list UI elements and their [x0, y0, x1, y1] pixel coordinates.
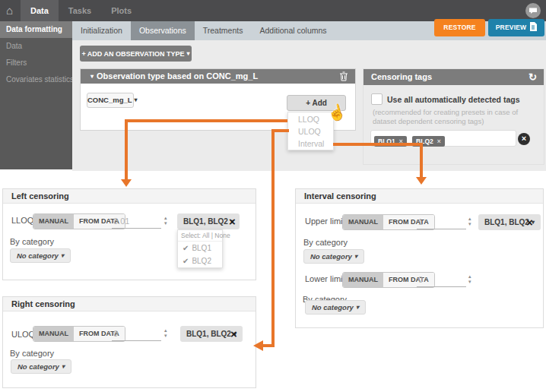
- lloq-tags-label: BLQ1, BLQ2: [183, 217, 228, 226]
- tab-treatments[interactable]: Treatments: [195, 21, 252, 40]
- interval-censoring-title: Interval censoring: [296, 189, 543, 204]
- delete-observation-button[interactable]: [339, 71, 348, 86]
- lloq-label: LLOQ: [11, 216, 33, 225]
- remove-lloq-button[interactable]: ×: [229, 217, 236, 227]
- close-icon: ×: [522, 134, 526, 143]
- menu-item-interval[interactable]: Interval: [288, 138, 333, 150]
- arrowhead-down-icon: [416, 177, 427, 185]
- add-observation-type-button[interactable]: + ADD AN OBSERVATION TYPE▾: [80, 46, 192, 62]
- spinner-down-icon[interactable]: ▾: [468, 221, 471, 226]
- menu-item-uloq[interactable]: ULOQ: [288, 125, 333, 138]
- spinner-up-icon[interactable]: ▴: [468, 216, 471, 221]
- category-label: No category: [312, 303, 354, 311]
- nav-tab-plots[interactable]: Plots: [101, 0, 141, 21]
- category-dropdown[interactable]: No category▾: [303, 249, 364, 264]
- lloq-value-stepper[interactable]: ▴ ▾: [164, 215, 167, 226]
- category-label: No category: [17, 362, 59, 371]
- menu-item-lloq[interactable]: LLOQ: [288, 113, 333, 125]
- uloq-value-input[interactable]: [112, 327, 161, 341]
- remove-interval-button[interactable]: ×: [526, 217, 533, 228]
- use-detected-tags-checkbox[interactable]: [371, 93, 383, 105]
- by-category-label: By category: [10, 349, 54, 358]
- manual-button[interactable]: MANUAL: [33, 214, 74, 229]
- preview-button-label: PREVIEW: [496, 24, 527, 31]
- nav-tab-tasks[interactable]: Tasks: [59, 0, 101, 21]
- use-detected-tags-label: Use all automatically detected tags: [387, 95, 519, 104]
- app-window: ⌂ Data Tasks Plots Data formatting Data …: [0, 0, 546, 392]
- category-dropdown[interactable]: No category▾: [11, 359, 71, 374]
- arrowhead-down-icon: [121, 179, 132, 187]
- tab-observations[interactable]: Observations: [131, 21, 195, 40]
- right-censoring-title: Right censoring: [3, 297, 256, 311]
- uloq-tags-label: BLQ1, BLQ2: [186, 330, 231, 338]
- chevron-down-icon: ▾: [187, 50, 190, 57]
- home-icon[interactable]: ⌂: [6, 0, 13, 21]
- category-dropdown[interactable]: No category▾: [10, 248, 71, 263]
- tag-pill[interactable]: BLQ2×: [412, 136, 445, 147]
- tag-pill-label: BLQ1: [378, 138, 395, 145]
- upper-limit-tags-label: BLQ1, BLQ2: [484, 218, 529, 226]
- tags-menu-option-blq1[interactable]: ✔BLQ1: [178, 242, 222, 254]
- lower-limit-stepper[interactable]: ▴ ▾: [468, 273, 471, 284]
- sidebar-item-data-formatting[interactable]: Data formatting: [0, 21, 72, 38]
- category-dropdown[interactable]: No category▾: [305, 300, 366, 315]
- censoring-tags-panel: Censoring tags ↻ Use all automatically d…: [363, 68, 544, 165]
- refresh-icon[interactable]: ↻: [529, 69, 537, 85]
- chevron-down-icon: ▾: [135, 96, 138, 103]
- spinner-up-icon[interactable]: ▴: [468, 273, 471, 279]
- left-censoring-title: Left censoring: [3, 189, 256, 204]
- sidebar-item-data[interactable]: Data: [0, 38, 72, 55]
- preview-button[interactable]: PREVIEW: [488, 19, 544, 36]
- spinner-down-icon[interactable]: ▾: [468, 279, 471, 284]
- upper-limit-stepper[interactable]: ▴ ▾: [468, 216, 471, 226]
- document-icon: [529, 22, 537, 31]
- upper-limit-input[interactable]: [417, 215, 466, 229]
- tags-menu-option-blq2[interactable]: ✔BLQ2: [178, 254, 222, 267]
- uloq-label: ULOQ: [11, 330, 35, 339]
- censoring-tags-title: Censoring tags: [371, 72, 432, 81]
- manual-button[interactable]: MANUAL: [343, 215, 383, 229]
- tab-initialization[interactable]: Initialization: [72, 21, 131, 40]
- clear-tags-button[interactable]: ×: [518, 133, 530, 145]
- category-label: No category: [310, 252, 352, 261]
- add-observation-type-label: + ADD AN OBSERVATION TYPE: [81, 50, 184, 58]
- remove-uloq-button[interactable]: ×: [230, 329, 237, 340]
- spinner-down-icon[interactable]: ▾: [164, 333, 167, 338]
- lloq-value-input[interactable]: [112, 214, 161, 229]
- select-label: Select:: [181, 232, 201, 239]
- lloq-tags-menu: Select: All | None ✔BLQ1 ✔BLQ2: [177, 229, 223, 268]
- tag-pill[interactable]: BLQ1×: [374, 136, 407, 147]
- chevron-down-icon: ▾: [61, 252, 64, 259]
- lower-limit-input[interactable]: [417, 273, 466, 287]
- add-censoring-menu: LLOQ ULOQ Interval: [287, 112, 334, 150]
- censoring-tags-note: (recommended for creating presets in cas…: [373, 108, 537, 127]
- restore-data-button[interactable]: RESTORE DATA: [434, 19, 485, 36]
- manual-button[interactable]: MANUAL: [33, 327, 74, 341]
- sidebar-item-covariates-statistics[interactable]: Covariates statistics: [0, 71, 72, 88]
- censoring-tags-input[interactable]: BLQ1× BLQ2×: [370, 130, 516, 147]
- observation-type-header[interactable]: ▾Observation type based on CONC_mg_L: [81, 69, 355, 84]
- censoring-tags-header: Censoring tags ↻: [363, 69, 544, 85]
- spinner-up-icon[interactable]: ▴: [164, 215, 167, 220]
- top-navbar: ⌂ Data Tasks Plots: [0, 0, 546, 21]
- observation-column-label: CONC_mg_L: [87, 96, 132, 104]
- remove-tag-icon[interactable]: ×: [399, 138, 403, 145]
- check-icon: ✔: [183, 257, 189, 265]
- sidebar-item-filters[interactable]: Filters: [0, 55, 72, 71]
- select-all-none-links[interactable]: All | None: [202, 232, 230, 239]
- feedback-bubble-icon[interactable]: [525, 3, 541, 18]
- tab-additional-columns[interactable]: Additional columns: [251, 21, 335, 40]
- interval-censoring-panel: Interval censoring Upper limit MANUAL FR…: [295, 188, 544, 328]
- sidebar: Data formatting Data Filters Covariates …: [0, 21, 72, 169]
- remove-tag-icon[interactable]: ×: [437, 138, 441, 145]
- main-nav-tabs: Data Tasks Plots: [21, 0, 141, 21]
- upper-limit-label: Upper limit: [305, 217, 345, 226]
- spinner-down-icon[interactable]: ▾: [164, 220, 167, 226]
- nav-tab-data[interactable]: Data: [21, 0, 59, 21]
- tags-menu-select-row: Select: All | None: [178, 230, 222, 242]
- manual-button[interactable]: MANUAL: [343, 273, 383, 287]
- spinner-up-icon[interactable]: ▴: [164, 327, 167, 333]
- chevron-down-icon: ▾: [62, 363, 65, 370]
- observation-column-dropdown[interactable]: CONC_mg_L▾: [87, 93, 134, 108]
- uloq-value-stepper[interactable]: ▴ ▾: [164, 327, 167, 338]
